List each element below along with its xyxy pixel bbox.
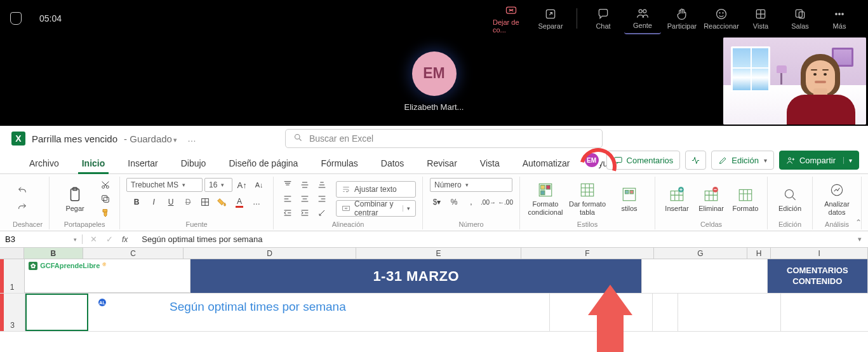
percent-button[interactable]: % bbox=[446, 196, 462, 208]
col-header-i[interactable]: I bbox=[771, 248, 868, 259]
collapse-ribbon-button[interactable]: ⌃ bbox=[855, 218, 862, 227]
grow-font-button[interactable]: A↑ bbox=[234, 179, 250, 191]
expand-formula-bar[interactable]: ▾ bbox=[851, 235, 868, 243]
wrap-text-button[interactable]: Ajustar texto bbox=[336, 181, 416, 198]
cell-banner-main[interactable]: 1-31 MARZO bbox=[190, 259, 642, 293]
cut-button[interactable] bbox=[98, 179, 113, 191]
cell-g1[interactable] bbox=[642, 259, 742, 293]
cell-c3-merged[interactable]: AL Según optimal times por semana bbox=[88, 294, 550, 331]
tab-diseno[interactable]: Diseño de página bbox=[218, 154, 308, 173]
tab-automatizar[interactable]: Automatizar bbox=[512, 154, 580, 173]
font-color-button[interactable]: A bbox=[232, 196, 247, 208]
col-header-g[interactable]: G bbox=[654, 248, 747, 259]
editing-mode-button[interactable]: Edición ▾ bbox=[711, 151, 774, 170]
align-right-button[interactable] bbox=[314, 193, 330, 205]
title-overflow-icon[interactable]: … bbox=[187, 133, 196, 144]
svg-point-5 bbox=[719, 12, 720, 13]
spreadsheet-grid[interactable]: B C D E F G H I 1 ✿ GCFAprendeLibre® 1-3… bbox=[0, 248, 868, 332]
align-center-button[interactable] bbox=[297, 193, 312, 205]
font-name-combo[interactable]: Trebuchet MS▾ bbox=[126, 178, 203, 192]
row-header-3[interactable]: 3 bbox=[0, 294, 25, 331]
document-title[interactable]: Parrilla mes vencido bbox=[32, 133, 117, 144]
tab-archivo[interactable]: Archivo bbox=[19, 154, 69, 173]
cancel-formula-icon[interactable]: ✕ bbox=[90, 234, 97, 244]
bold-button[interactable]: B bbox=[129, 196, 144, 208]
col-header-c[interactable]: C bbox=[83, 248, 184, 259]
orientation-button[interactable] bbox=[314, 206, 330, 219]
border-button[interactable] bbox=[197, 196, 213, 208]
tab-datos[interactable]: Datos bbox=[371, 154, 415, 173]
react-button[interactable]: Reaccionar bbox=[703, 3, 740, 34]
select-all-corner[interactable] bbox=[0, 248, 24, 259]
format-cells-button[interactable]: Formato bbox=[730, 180, 761, 218]
editing-group-button[interactable]: Edición bbox=[774, 180, 806, 218]
font-size-combo[interactable]: 16▾ bbox=[204, 178, 232, 192]
col-header-b[interactable]: B bbox=[24, 248, 83, 259]
tab-vista[interactable]: Vista bbox=[470, 154, 510, 173]
save-status[interactable]: - Guardado▾ bbox=[124, 133, 177, 144]
currency-button[interactable]: $▾ bbox=[429, 196, 444, 208]
align-bottom-button[interactable] bbox=[314, 179, 330, 191]
redo-button[interactable] bbox=[15, 201, 30, 213]
indent-less-button[interactable] bbox=[280, 206, 295, 219]
paste-button[interactable]: Pegar bbox=[56, 180, 94, 218]
cell-h1[interactable] bbox=[742, 259, 767, 293]
popout-button[interactable]: Separar bbox=[532, 3, 569, 34]
comma-button[interactable]: , bbox=[464, 196, 479, 208]
align-middle-button[interactable] bbox=[297, 179, 312, 191]
tab-dibujo[interactable]: Dibujo bbox=[171, 154, 217, 173]
col-header-e[interactable]: E bbox=[356, 248, 521, 259]
tab-formulas[interactable]: Fórmulas bbox=[310, 154, 368, 173]
activity-button[interactable] bbox=[685, 151, 706, 170]
raise-hand-button[interactable]: Participar bbox=[664, 3, 700, 34]
search-input[interactable]: Buscar en Excel bbox=[285, 129, 603, 148]
cell-styles-button[interactable]: stilos bbox=[610, 180, 648, 218]
analyze-data-button[interactable]: Analizar datos bbox=[819, 180, 855, 218]
cell-i3[interactable] bbox=[678, 294, 781, 331]
tab-insertar[interactable]: Insertar bbox=[117, 154, 168, 173]
col-header-f[interactable]: F bbox=[521, 248, 654, 259]
strike-button[interactable]: D bbox=[180, 196, 196, 208]
align-left-button[interactable] bbox=[280, 193, 295, 205]
inc-decimal-button[interactable]: .00→ bbox=[481, 196, 496, 208]
cell-b3[interactable] bbox=[25, 294, 88, 331]
undo-button[interactable] bbox=[15, 184, 30, 197]
people-button[interactable]: Gente bbox=[624, 3, 661, 34]
shrink-font-button[interactable]: A↓ bbox=[251, 179, 267, 191]
chat-button[interactable]: Chat bbox=[585, 3, 622, 34]
more-button[interactable]: Más bbox=[821, 3, 858, 34]
dec-decimal-button[interactable]: ←.00 bbox=[498, 196, 513, 208]
italic-button[interactable]: I bbox=[146, 196, 161, 208]
fill-color-button[interactable] bbox=[215, 196, 230, 208]
tab-revisar[interactable]: Revisar bbox=[417, 154, 467, 173]
indent-more-button[interactable] bbox=[297, 206, 312, 219]
col-header-d[interactable]: D bbox=[184, 248, 356, 259]
cell-banner-i1[interactable]: COMENTARIOS CONTENIDO bbox=[768, 259, 868, 293]
comments-button[interactable]: Comentarios bbox=[606, 151, 681, 170]
cell-h3[interactable] bbox=[653, 294, 678, 331]
fx-icon[interactable]: fx bbox=[122, 235, 128, 244]
formula-input[interactable]: Según optimal times por semana bbox=[135, 234, 851, 244]
name-box[interactable]: B3▾ bbox=[0, 234, 83, 244]
merge-center-button[interactable]: Combinar y centrar ▾ bbox=[336, 200, 416, 217]
self-camera[interactable] bbox=[723, 37, 866, 125]
cell-b1-logo[interactable]: ✿ GCFAprendeLibre® bbox=[25, 259, 190, 293]
number-format-combo[interactable]: Número▾ bbox=[430, 178, 512, 192]
font-overflow[interactable]: … bbox=[249, 196, 264, 208]
format-painter-button[interactable] bbox=[98, 206, 113, 219]
view-button[interactable]: Vista bbox=[742, 3, 779, 34]
format-as-table-button[interactable]: Dar formato tabla bbox=[568, 180, 606, 218]
share-button[interactable]: Compartir ▾ bbox=[779, 151, 859, 170]
conditional-format-button[interactable]: Formato condicional bbox=[526, 180, 564, 218]
rooms-button[interactable]: Salas bbox=[782, 3, 818, 34]
align-top-button[interactable] bbox=[280, 179, 295, 191]
presence-badge[interactable]: EM bbox=[582, 151, 601, 170]
accept-formula-icon[interactable]: ✓ bbox=[106, 234, 113, 244]
tab-inicio[interactable]: Inicio bbox=[72, 154, 116, 173]
copy-button[interactable] bbox=[98, 193, 113, 205]
underline-button[interactable]: U bbox=[163, 196, 178, 208]
col-header-h[interactable]: H bbox=[747, 248, 771, 259]
delete-cells-button[interactable]: Eliminar bbox=[696, 180, 726, 218]
insert-cells-button[interactable]: Insertar bbox=[662, 180, 692, 218]
leave-meeting-button[interactable]: Dejar de co... bbox=[493, 3, 530, 34]
